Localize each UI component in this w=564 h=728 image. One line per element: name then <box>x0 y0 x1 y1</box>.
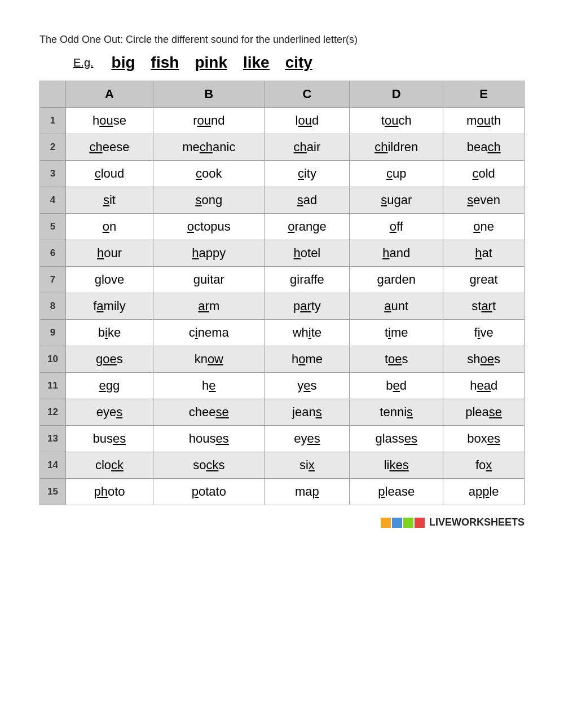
table-cell: fox <box>443 452 525 479</box>
table-row: 3cloudcookcitycupcold <box>40 161 525 187</box>
row-number: 3 <box>40 161 66 187</box>
table-cell: egg <box>66 373 153 399</box>
table-cell: off <box>350 214 443 240</box>
table-cell: octopus <box>153 214 265 240</box>
row-number: 2 <box>40 134 66 161</box>
table-cell: happy <box>153 240 265 267</box>
eg-label: E.g. <box>73 56 94 69</box>
row-number: 13 <box>40 426 66 452</box>
row-number: 8 <box>40 293 66 320</box>
table-cell: please <box>443 399 525 426</box>
table-cell: buses <box>66 426 153 452</box>
table-cell: glasses <box>350 426 443 452</box>
main-table: A B C D E 1houseroundloudtouchmouth2chee… <box>39 81 525 505</box>
table-cell: houses <box>153 426 265 452</box>
page: The Odd One Out: Circle the different so… <box>39 23 525 694</box>
table-row: 7gloveguitargiraffegardengreat <box>40 267 525 293</box>
table-cell: aunt <box>350 293 443 320</box>
row-number: 4 <box>40 187 66 214</box>
table-cell: head <box>443 373 525 399</box>
table-cell: please <box>350 479 443 505</box>
table-cell: cook <box>153 161 265 187</box>
table-row: 12eyescheesejeanstennisplease <box>40 399 525 426</box>
table-cell: boxes <box>443 426 525 452</box>
example-word-4: like <box>243 54 270 72</box>
table-cell: party <box>265 293 349 320</box>
logo-block-2 <box>392 518 402 528</box>
row-number: 6 <box>40 240 66 267</box>
brand-text: LIVEWORKSHEETS <box>429 517 525 528</box>
table-cell: sit <box>66 187 153 214</box>
logo-block-1 <box>381 518 391 528</box>
table-cell: one <box>443 214 525 240</box>
table-cell: city <box>265 161 349 187</box>
table-cell: shoes <box>443 346 525 373</box>
table-cell: sugar <box>350 187 443 214</box>
table-row: 4sitsongsadsugarseven <box>40 187 525 214</box>
row-number: 15 <box>40 479 66 505</box>
lws-logo <box>381 518 425 528</box>
logo-block-4 <box>415 518 425 528</box>
row-number: 14 <box>40 452 66 479</box>
table-cell: glove <box>66 267 153 293</box>
table-row: 15photopotatomappleaseapple <box>40 479 525 505</box>
table-cell: great <box>443 267 525 293</box>
example-row: E.g. big fish pink like city <box>39 54 525 72</box>
table-cell: he <box>153 373 265 399</box>
table-cell: six <box>265 452 349 479</box>
example-word-2: fish <box>151 54 179 72</box>
example-word-5: city <box>285 54 312 72</box>
table-row: 1houseroundloudtouchmouth <box>40 108 525 134</box>
col-header-e: E <box>443 81 525 108</box>
col-header-d: D <box>350 81 443 108</box>
table-cell: hotel <box>265 240 349 267</box>
table-cell: touch <box>350 108 443 134</box>
table-cell: guitar <box>153 267 265 293</box>
col-header-b: B <box>153 81 265 108</box>
table-cell: tennis <box>350 399 443 426</box>
table-cell: cold <box>443 161 525 187</box>
table-cell: five <box>443 320 525 346</box>
instruction-text: The Odd One Out: Circle the different so… <box>39 34 525 46</box>
row-number: 1 <box>40 108 66 134</box>
table-cell: arm <box>153 293 265 320</box>
table-cell: cloud <box>66 161 153 187</box>
table-row: 13buseshouseseyesglassesboxes <box>40 426 525 452</box>
row-number: 9 <box>40 320 66 346</box>
col-header-c: C <box>265 81 349 108</box>
table-cell: apple <box>443 479 525 505</box>
table-row: 10goesknowhometoesshoes <box>40 346 525 373</box>
table-cell: cheese <box>153 399 265 426</box>
table-cell: children <box>350 134 443 161</box>
col-header-a: A <box>66 81 153 108</box>
table-cell: likes <box>350 452 443 479</box>
table-cell: clock <box>66 452 153 479</box>
table-cell: loud <box>265 108 349 134</box>
table-cell: chair <box>265 134 349 161</box>
table-cell: cheese <box>66 134 153 161</box>
table-cell: garden <box>350 267 443 293</box>
table-row: 2cheesemechanicchairchildrenbeach <box>40 134 525 161</box>
table-cell: jeans <box>265 399 349 426</box>
row-number: 12 <box>40 399 66 426</box>
example-word-3: pink <box>195 54 227 72</box>
table-cell: family <box>66 293 153 320</box>
table-cell: hour <box>66 240 153 267</box>
table-cell: time <box>350 320 443 346</box>
table-row: 6hourhappyhotelhandhat <box>40 240 525 267</box>
table-cell: eyes <box>66 399 153 426</box>
footer: LIVEWORKSHEETS <box>39 517 525 528</box>
row-number: 11 <box>40 373 66 399</box>
table-cell: eyes <box>265 426 349 452</box>
table-cell: start <box>443 293 525 320</box>
row-number: 7 <box>40 267 66 293</box>
table-cell: sad <box>265 187 349 214</box>
table-cell: round <box>153 108 265 134</box>
table-cell: beach <box>443 134 525 161</box>
table-cell: bed <box>350 373 443 399</box>
header-row: A B C D E <box>40 81 525 108</box>
table-cell: map <box>265 479 349 505</box>
table-cell: know <box>153 346 265 373</box>
table-cell: home <box>265 346 349 373</box>
table-row: 5onoctopusorangeoffone <box>40 214 525 240</box>
